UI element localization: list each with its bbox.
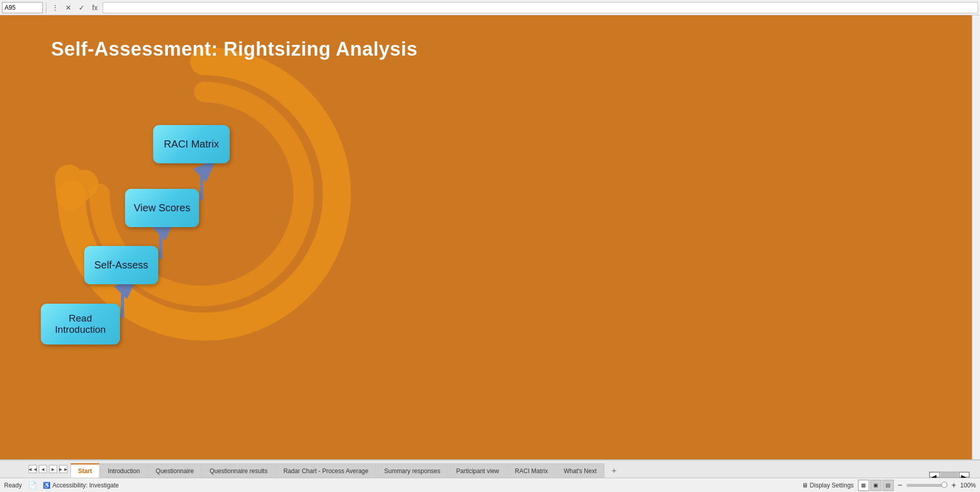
- tab-participant-view[interactable]: Participant view: [449, 463, 507, 478]
- accessibility-icon[interactable]: ♿ Accessibility: Investigate: [43, 482, 119, 489]
- formula-confirm-icon[interactable]: ✓: [76, 2, 87, 13]
- next-sheet-button[interactable]: ►: [49, 465, 57, 473]
- raci-matrix-button[interactable]: RACI Matrix: [153, 125, 230, 163]
- page-view-button[interactable]: ▣: [870, 480, 881, 491]
- vertical-scrollbar[interactable]: [972, 15, 980, 459]
- scrollbar-track[interactable]: [941, 472, 958, 477]
- grid-view-button[interactable]: ▦: [858, 480, 869, 491]
- read-introduction-button[interactable]: ReadIntroduction: [41, 304, 120, 345]
- tab-summary-responses[interactable]: Summary responses: [377, 463, 448, 478]
- tab-raci-matrix[interactable]: RACI Matrix: [507, 463, 556, 478]
- scrollbar-right-btn[interactable]: ►: [959, 472, 969, 477]
- zoom-slider[interactable]: [906, 484, 947, 487]
- formula-cancel-icon[interactable]: ✕: [63, 2, 74, 13]
- formula-bar-divider: [46, 2, 46, 13]
- formula-dots-icon[interactable]: ⋮: [50, 2, 61, 13]
- tab-whats-next[interactable]: What's Next: [556, 463, 604, 478]
- tab-radar-chart[interactable]: Radar Chart - Process Average: [276, 463, 376, 478]
- ready-status: Ready: [4, 482, 22, 489]
- accessibility-symbol: ♿: [43, 482, 51, 489]
- scrollbar-left-btn[interactable]: ◄: [929, 472, 940, 477]
- view-scores-label: View Scores: [134, 202, 190, 214]
- horizontal-scrollbar[interactable]: ◄ ►: [929, 472, 970, 478]
- zoom-minus-button[interactable]: −: [898, 481, 902, 490]
- formula-input[interactable]: [103, 2, 978, 13]
- accessibility-label: Accessibility: Investigate: [53, 482, 119, 489]
- formula-fx-icon[interactable]: fx: [89, 2, 101, 13]
- view-scores-button[interactable]: View Scores: [125, 189, 199, 227]
- tab-start[interactable]: Start: [70, 463, 100, 478]
- tab-questionnaire-results[interactable]: Questionnaire results: [202, 463, 275, 478]
- cell-reference[interactable]: A95: [2, 2, 43, 13]
- tab-questionnaire[interactable]: Questionnaire: [148, 463, 202, 478]
- tab-introduction[interactable]: Introduction: [100, 463, 148, 478]
- sheet-navigation: ◄◄ ◄ ► ►►: [26, 460, 70, 478]
- zoom-thumb: [941, 482, 947, 488]
- prev-sheet-button[interactable]: ◄: [39, 465, 47, 473]
- zoom-plus-button[interactable]: +: [951, 481, 956, 490]
- first-sheet-button[interactable]: ◄◄: [29, 465, 37, 473]
- add-sheet-button[interactable]: ＋: [607, 463, 621, 478]
- sheet-area: Self-Assessment: Rightsizing Analysis Re…: [0, 15, 980, 459]
- display-icon: 🖥: [802, 482, 808, 489]
- page-title: Self-Assessment: Rightsizing Analysis: [51, 38, 418, 60]
- tab-bar: ◄◄ ◄ ► ►► Start Introduction Questionnai…: [0, 459, 980, 478]
- self-assess-button[interactable]: Self-Assess: [84, 246, 158, 284]
- custom-view-button[interactable]: ▤: [883, 480, 894, 491]
- display-settings-icon[interactable]: 🖥 Display Settings: [802, 482, 854, 489]
- status-bar: Ready 📄 ♿ Accessibility: Investigate 🖥 D…: [0, 478, 980, 492]
- view-buttons: ▦ ▣ ▤: [858, 480, 894, 491]
- self-assess-label: Self-Assess: [94, 259, 149, 271]
- page-icon: 📄: [28, 481, 37, 489]
- status-left: Ready 📄 ♿ Accessibility: Investigate: [4, 481, 119, 489]
- formula-bar: A95 ⋮ ✕ ✓ fx: [0, 0, 980, 15]
- raci-matrix-label: RACI Matrix: [164, 138, 219, 150]
- status-right: 🖥 Display Settings ▦ ▣ ▤ − + 100%: [802, 480, 976, 491]
- zoom-percent: 100%: [960, 482, 976, 489]
- read-introduction-label: ReadIntroduction: [55, 313, 106, 335]
- last-sheet-button[interactable]: ►►: [59, 465, 67, 473]
- display-settings-label: Display Settings: [810, 482, 854, 489]
